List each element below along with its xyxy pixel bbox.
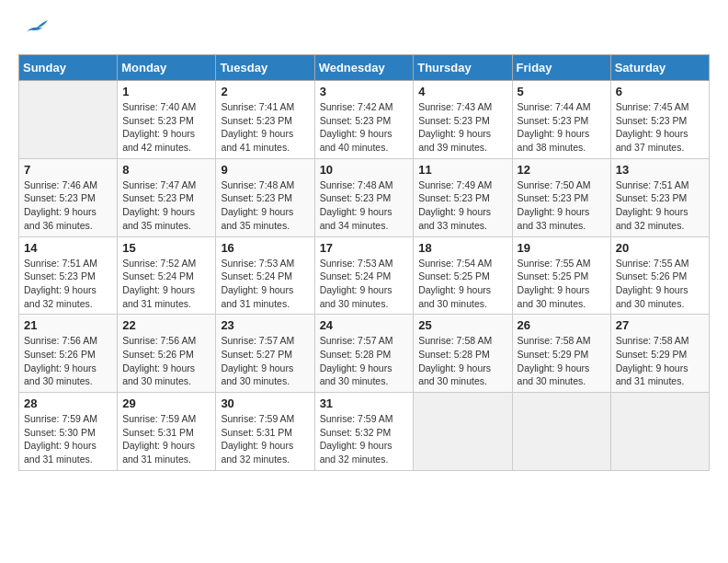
calendar-cell: 12Sunrise: 7:50 AMSunset: 5:23 PMDayligh… <box>512 158 610 236</box>
day-info: Sunrise: 7:53 AMSunset: 5:24 PMDaylight:… <box>320 257 409 311</box>
day-number: 17 <box>320 241 409 255</box>
day-number: 8 <box>122 163 210 177</box>
day-info: Sunrise: 7:57 AMSunset: 5:28 PMDaylight:… <box>320 334 409 388</box>
day-number: 15 <box>122 241 210 255</box>
day-info: Sunrise: 7:52 AMSunset: 5:24 PMDaylight:… <box>122 257 210 311</box>
day-number: 25 <box>418 318 506 332</box>
calendar-cell: 26Sunrise: 7:58 AMSunset: 5:29 PMDayligh… <box>512 315 610 393</box>
day-info: Sunrise: 7:41 AMSunset: 5:23 PMDaylight:… <box>221 100 309 155</box>
day-info: Sunrise: 7:51 AMSunset: 5:23 PMDaylight:… <box>24 257 112 311</box>
day-number: 14 <box>24 241 112 255</box>
calendar-cell: 30Sunrise: 7:59 AMSunset: 5:31 PMDayligh… <box>216 393 314 471</box>
day-header-thursday: Thursday <box>414 55 512 81</box>
day-info: Sunrise: 7:43 AMSunset: 5:23 PMDaylight:… <box>418 100 506 155</box>
day-info: Sunrise: 7:56 AMSunset: 5:26 PMDaylight:… <box>24 334 112 388</box>
day-info: Sunrise: 7:53 AMSunset: 5:24 PMDaylight:… <box>221 257 309 311</box>
calendar-cell: 13Sunrise: 7:51 AMSunset: 5:23 PMDayligh… <box>610 158 709 236</box>
logo-bird-icon <box>20 18 48 40</box>
day-info: Sunrise: 7:46 AMSunset: 5:23 PMDaylight:… <box>24 178 112 233</box>
calendar-cell: 31Sunrise: 7:59 AMSunset: 5:32 PMDayligh… <box>314 393 414 471</box>
day-number: 19 <box>518 241 606 255</box>
day-number: 24 <box>320 318 409 332</box>
calendar-cell: 8Sunrise: 7:47 AMSunset: 5:23 PMDaylight… <box>118 158 216 236</box>
day-info: Sunrise: 7:42 AMSunset: 5:23 PMDaylight:… <box>320 100 409 155</box>
calendar-cell: 19Sunrise: 7:55 AMSunset: 5:25 PMDayligh… <box>512 236 610 315</box>
day-info: Sunrise: 7:48 AMSunset: 5:23 PMDaylight:… <box>221 178 309 233</box>
day-number: 2 <box>221 85 309 98</box>
logo <box>18 18 48 45</box>
calendar-cell: 18Sunrise: 7:54 AMSunset: 5:25 PMDayligh… <box>414 236 512 315</box>
calendar-cell: 20Sunrise: 7:55 AMSunset: 5:26 PMDayligh… <box>610 236 709 315</box>
day-number: 13 <box>616 163 704 177</box>
day-header-monday: Monday <box>118 55 216 81</box>
day-info: Sunrise: 7:59 AMSunset: 5:31 PMDaylight:… <box>221 412 309 466</box>
day-info: Sunrise: 7:40 AMSunset: 5:23 PMDaylight:… <box>122 100 210 155</box>
calendar-cell: 16Sunrise: 7:53 AMSunset: 5:24 PMDayligh… <box>216 236 314 315</box>
day-number: 27 <box>616 318 704 332</box>
calendar-cell <box>512 393 610 471</box>
day-header-tuesday: Tuesday <box>216 55 314 81</box>
day-info: Sunrise: 7:50 AMSunset: 5:23 PMDaylight:… <box>518 178 606 233</box>
calendar-cell <box>414 393 512 471</box>
calendar-cell: 1Sunrise: 7:40 AMSunset: 5:23 PMDaylight… <box>118 81 216 159</box>
day-header-friday: Friday <box>512 55 610 81</box>
calendar-cell: 21Sunrise: 7:56 AMSunset: 5:26 PMDayligh… <box>19 315 118 393</box>
calendar-cell: 11Sunrise: 7:49 AMSunset: 5:23 PMDayligh… <box>414 158 512 236</box>
calendar-cell: 5Sunrise: 7:44 AMSunset: 5:23 PMDaylight… <box>512 81 610 159</box>
day-number: 3 <box>320 85 409 98</box>
day-info: Sunrise: 7:44 AMSunset: 5:23 PMDaylight:… <box>518 100 606 155</box>
day-info: Sunrise: 7:55 AMSunset: 5:26 PMDaylight:… <box>616 257 704 311</box>
day-info: Sunrise: 7:54 AMSunset: 5:25 PMDaylight:… <box>418 257 506 311</box>
calendar-cell: 29Sunrise: 7:59 AMSunset: 5:31 PMDayligh… <box>118 393 216 471</box>
day-number: 29 <box>122 396 210 410</box>
day-info: Sunrise: 7:58 AMSunset: 5:28 PMDaylight:… <box>418 334 506 388</box>
calendar-week-row: 14Sunrise: 7:51 AMSunset: 5:23 PMDayligh… <box>19 236 710 315</box>
day-number: 5 <box>518 85 606 98</box>
calendar-week-row: 7Sunrise: 7:46 AMSunset: 5:23 PMDaylight… <box>19 158 710 236</box>
day-info: Sunrise: 7:58 AMSunset: 5:29 PMDaylight:… <box>616 334 704 388</box>
day-number: 22 <box>122 318 210 332</box>
day-info: Sunrise: 7:47 AMSunset: 5:23 PMDaylight:… <box>122 178 210 233</box>
day-header-sunday: Sunday <box>19 55 118 81</box>
day-info: Sunrise: 7:45 AMSunset: 5:23 PMDaylight:… <box>616 100 704 155</box>
day-number: 4 <box>418 85 506 98</box>
page-header <box>18 18 710 45</box>
day-info: Sunrise: 7:56 AMSunset: 5:26 PMDaylight:… <box>122 334 210 388</box>
day-info: Sunrise: 7:59 AMSunset: 5:32 PMDaylight:… <box>320 412 409 466</box>
day-number: 20 <box>616 241 704 255</box>
calendar-cell: 28Sunrise: 7:59 AMSunset: 5:30 PMDayligh… <box>19 393 118 471</box>
calendar-cell: 7Sunrise: 7:46 AMSunset: 5:23 PMDaylight… <box>19 158 118 236</box>
day-number: 7 <box>24 163 112 177</box>
day-info: Sunrise: 7:48 AMSunset: 5:23 PMDaylight:… <box>320 178 409 233</box>
calendar-cell <box>610 393 709 471</box>
calendar-cell: 27Sunrise: 7:58 AMSunset: 5:29 PMDayligh… <box>610 315 709 393</box>
day-number: 28 <box>24 396 112 410</box>
calendar-cell: 9Sunrise: 7:48 AMSunset: 5:23 PMDaylight… <box>216 158 314 236</box>
day-info: Sunrise: 7:59 AMSunset: 5:30 PMDaylight:… <box>24 412 112 466</box>
calendar-cell: 24Sunrise: 7:57 AMSunset: 5:28 PMDayligh… <box>314 315 414 393</box>
day-number: 11 <box>418 163 506 177</box>
calendar-cell <box>19 81 118 159</box>
calendar-cell: 25Sunrise: 7:58 AMSunset: 5:28 PMDayligh… <box>414 315 512 393</box>
calendar-table: SundayMondayTuesdayWednesdayThursdayFrid… <box>18 54 710 471</box>
calendar-week-row: 21Sunrise: 7:56 AMSunset: 5:26 PMDayligh… <box>19 315 710 393</box>
day-number: 10 <box>320 163 409 177</box>
day-number: 12 <box>518 163 606 177</box>
day-number: 26 <box>518 318 606 332</box>
day-number: 21 <box>24 318 112 332</box>
calendar-cell: 10Sunrise: 7:48 AMSunset: 5:23 PMDayligh… <box>314 158 414 236</box>
calendar-week-row: 1Sunrise: 7:40 AMSunset: 5:23 PMDaylight… <box>19 81 710 159</box>
calendar-cell: 4Sunrise: 7:43 AMSunset: 5:23 PMDaylight… <box>414 81 512 159</box>
day-number: 16 <box>221 241 309 255</box>
day-header-saturday: Saturday <box>610 55 709 81</box>
calendar-cell: 17Sunrise: 7:53 AMSunset: 5:24 PMDayligh… <box>314 236 414 315</box>
day-header-wednesday: Wednesday <box>314 55 414 81</box>
day-number: 1 <box>122 85 210 98</box>
day-number: 6 <box>616 85 704 98</box>
day-info: Sunrise: 7:59 AMSunset: 5:31 PMDaylight:… <box>122 412 210 466</box>
day-number: 18 <box>418 241 506 255</box>
day-number: 23 <box>221 318 309 332</box>
calendar-header-row: SundayMondayTuesdayWednesdayThursdayFrid… <box>19 55 710 81</box>
day-info: Sunrise: 7:55 AMSunset: 5:25 PMDaylight:… <box>518 257 606 311</box>
day-info: Sunrise: 7:49 AMSunset: 5:23 PMDaylight:… <box>418 178 506 233</box>
